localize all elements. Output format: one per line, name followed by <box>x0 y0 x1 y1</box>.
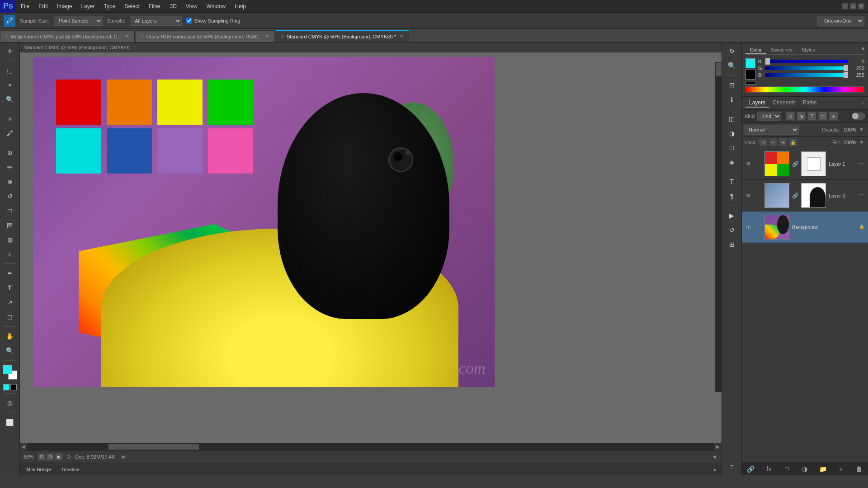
blend-mode-select[interactable]: Normal Multiply Screen Overlay <box>745 125 799 135</box>
add-mask-btn[interactable]: □ <box>782 464 792 474</box>
eyedropper-tool[interactable]: 🖍 <box>4 15 15 27</box>
lock-position-icon[interactable]: ✛ <box>779 138 787 146</box>
tab-2-close[interactable]: ✕ <box>399 34 404 39</box>
add-style-btn[interactable]: fx <box>764 464 774 474</box>
mini-tool-10[interactable]: ¶ <box>725 189 739 203</box>
menu-view[interactable]: View <box>181 0 202 13</box>
layer-item-1[interactable]: 👁 🔗 Layer 1 ⋯ <box>742 148 868 180</box>
timeline-btn[interactable]: Timeline <box>58 466 82 473</box>
color-spectrum-bar[interactable] <box>745 86 864 93</box>
history-tool[interactable]: ↺ <box>3 189 17 203</box>
styles-tab[interactable]: Styles <box>797 46 820 54</box>
menu-window[interactable]: Window <box>202 0 231 13</box>
b-slider[interactable] <box>765 73 848 77</box>
path-tool[interactable]: ↗ <box>3 296 17 309</box>
menu-3d[interactable]: 3D <box>165 0 181 13</box>
sample-size-select[interactable]: Point Sample 3 by 3 Average 5 by 5 Avera… <box>54 16 103 26</box>
layer-2-mask-link[interactable]: 🔗 <box>792 192 798 200</box>
menu-layer[interactable]: Layer <box>76 0 99 13</box>
scroll-right-btn[interactable]: ▶ <box>714 443 722 450</box>
bottom-expand-btn[interactable]: ▲ <box>712 466 718 473</box>
dodge-tool[interactable]: ○ <box>3 247 17 261</box>
brush-tool[interactable]: ✏ <box>3 160 17 174</box>
mini-tool-13[interactable]: ⊞ <box>725 238 739 251</box>
gradient-tool[interactable]: ▤ <box>3 218 17 232</box>
filter-kind-select[interactable]: Kind <box>757 112 781 121</box>
filter-adjust-icon[interactable]: ◑ <box>797 112 806 121</box>
tab-2[interactable]: © Standard CMYK @ 50% (Background, CMYK/… <box>276 30 409 42</box>
bg-mini[interactable] <box>10 384 17 390</box>
minimize-btn[interactable]: ─ <box>842 3 848 9</box>
eyedropper-tool-left[interactable]: 🖍 <box>3 127 17 140</box>
lock-all-icon[interactable]: 🔒 <box>789 138 797 146</box>
lock-image-icon[interactable]: ✏ <box>769 138 777 146</box>
mini-tool-11[interactable]: ▶ <box>725 209 739 222</box>
filter-toggle[interactable] <box>852 113 865 120</box>
lasso-tool[interactable]: ⌖ <box>3 78 17 92</box>
color-panel-menu[interactable]: ≡ <box>862 46 864 54</box>
scrollbar-v-thumb[interactable] <box>716 63 722 76</box>
tab-1[interactable]: © Crazy RGB colors.psd @ 50% (Background… <box>136 30 275 42</box>
canvas[interactable]: lynda.com <box>33 57 495 387</box>
eraser-tool[interactable]: ◻ <box>3 204 17 217</box>
healing-tool[interactable]: ⊕ <box>3 146 17 160</box>
mini-tool-5[interactable]: ◫ <box>725 112 739 126</box>
menu-edit[interactable]: Edit <box>34 0 52 13</box>
paths-tab[interactable]: Paths <box>799 99 821 108</box>
background-visibility[interactable]: 👁 <box>745 223 753 231</box>
menu-select[interactable]: Select <box>120 0 144 13</box>
zoom-tool[interactable]: 🔍 <box>3 344 17 357</box>
move-tool[interactable]: ✛ <box>3 44 17 58</box>
tab-0-close[interactable]: ✕ <box>124 34 130 39</box>
mini-tool-9[interactable]: T <box>725 175 739 188</box>
mini-tool-3[interactable]: ⊡ <box>725 78 739 92</box>
scrollbar-h-thumb[interactable] <box>108 444 199 450</box>
layer-1-more[interactable]: ⋯ <box>857 160 865 168</box>
layer-1-visibility[interactable]: 👁 <box>745 160 753 168</box>
color-tab[interactable]: Color <box>745 46 766 54</box>
blur-tool[interactable]: ◍ <box>3 233 17 246</box>
crop-tool[interactable]: ⌗ <box>3 112 17 126</box>
mini-tool-4[interactable]: ℹ <box>725 93 739 106</box>
mini-tool-1[interactable]: ↻ <box>725 44 739 58</box>
show-sampling-ring-checkbox[interactable]: Show Sampling Ring <box>186 18 240 23</box>
maximize-btn[interactable]: □ <box>850 3 856 9</box>
canvas-rotate-btn[interactable]: ⊡ <box>38 453 45 460</box>
pen-tool[interactable]: ✒ <box>3 267 17 280</box>
scrollbar-h-track[interactable] <box>27 444 714 450</box>
fg-color-swatch[interactable] <box>3 365 12 374</box>
shape-tool[interactable]: ◻ <box>3 310 17 324</box>
opacity-arrow[interactable]: ▼ <box>858 126 865 133</box>
mini-tool-2[interactable]: 🔍 <box>725 59 739 72</box>
status-expand-btn[interactable]: ◀ <box>711 453 718 460</box>
delete-layer-btn[interactable]: 🗑 <box>854 464 864 474</box>
scroll-left-btn[interactable]: ◀ <box>20 443 27 450</box>
mini-tool-8[interactable]: ◈ <box>725 155 739 169</box>
layers-tab[interactable]: Layers <box>745 99 769 108</box>
status-arrow-btn[interactable]: ▶ <box>120 453 127 460</box>
menu-file[interactable]: File <box>16 0 34 13</box>
fg-color-indicator[interactable] <box>745 58 755 68</box>
mini-tool-12[interactable]: ↺ <box>725 223 739 237</box>
quick-select-tool[interactable]: 🔍 <box>3 93 17 106</box>
filter-smartobj-icon[interactable]: ◈ <box>829 112 838 121</box>
layer-background[interactable]: 👁 Background 🔒 <box>742 211 868 243</box>
menu-type[interactable]: Type <box>99 0 120 13</box>
layers-panel-menu[interactable]: ≡ <box>861 100 864 106</box>
screen-mode-btn[interactable]: ⬜ <box>3 416 17 429</box>
close-btn[interactable]: ✕ <box>858 3 864 9</box>
mini-bridge-btn[interactable]: Mini Bridge <box>24 466 54 473</box>
lock-transparent-icon[interactable]: ⊡ <box>759 138 767 146</box>
new-group-btn[interactable]: 📁 <box>818 464 828 474</box>
filter-pixel-icon[interactable]: ⊡ <box>786 112 795 121</box>
tab-0[interactable]: © Multichannel CMYK.psd @ 50% (Backgroun… <box>0 30 135 42</box>
color-pair[interactable] <box>3 365 17 380</box>
new-fill-btn[interactable]: ◑ <box>800 464 810 474</box>
swatches-tab[interactable]: Swatches <box>766 46 797 54</box>
clone-tool[interactable]: ⊗ <box>3 175 17 188</box>
mini-tool-bottom[interactable]: ≡ <box>725 460 739 474</box>
fg-mini[interactable] <box>3 384 9 390</box>
link-layers-btn[interactable]: 🔗 <box>746 464 756 474</box>
filter-shape-icon[interactable]: ◻ <box>818 112 827 121</box>
filter-type-icon[interactable]: T <box>807 112 816 121</box>
